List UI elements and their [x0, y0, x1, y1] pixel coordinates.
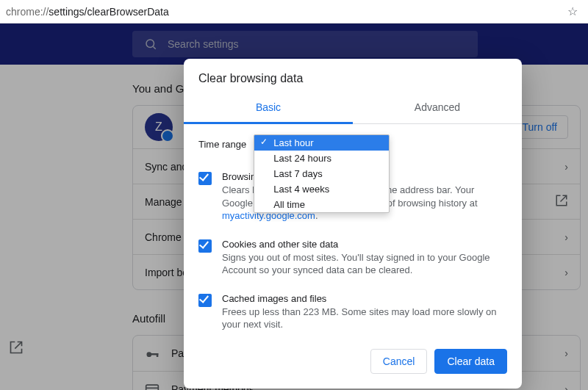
tab-advanced[interactable]: Advanced — [353, 94, 522, 123]
dropdown-option-last-7-days[interactable]: Last 7 days — [254, 166, 389, 181]
time-range-dropdown[interactable]: Last hour Last 24 hours Last 7 days Last… — [254, 134, 390, 213]
address-bar[interactable]: chrome://settings/clearBrowserData ☆ — [0, 0, 588, 24]
dropdown-option-last-hour[interactable]: Last hour — [254, 135, 389, 151]
cache-title: Cached images and files — [222, 293, 507, 304]
bookmark-star-icon[interactable]: ☆ — [563, 4, 582, 18]
url-path: /clearBrowserData — [85, 6, 169, 18]
url-text: chrome://settings/clearBrowserData — [6, 6, 563, 18]
tab-basic[interactable]: Basic — [184, 94, 353, 124]
dialog-title: Clear browsing data — [184, 59, 522, 94]
checkbox-row-cookies: Cookies and other site data Signs you ou… — [198, 233, 507, 287]
clear-browsing-data-dialog: Clear browsing data Basic Advanced Time … — [184, 59, 522, 389]
checkbox-browsing-history[interactable] — [198, 172, 212, 185]
dropdown-option-last-24-hours[interactable]: Last 24 hours — [254, 151, 389, 166]
dropdown-option-last-4-weeks[interactable]: Last 4 weeks — [254, 181, 389, 197]
url-host: settings — [49, 6, 84, 18]
checkbox-row-cache: Cached images and files Frees up less th… — [198, 287, 507, 342]
url-scheme: chrome:// — [6, 6, 49, 18]
dropdown-option-all-time[interactable]: All time — [254, 197, 389, 212]
cookies-desc: Signs you out of most sites. You'll stay… — [222, 251, 507, 277]
cache-desc: Frees up less than 223 MB. Some sites ma… — [222, 306, 507, 331]
checkbox-cookies[interactable] — [198, 239, 212, 253]
checkbox-cache[interactable] — [198, 294, 212, 307]
clear-data-button[interactable]: Clear data — [434, 349, 507, 374]
dialog-tabs: Basic Advanced — [184, 94, 522, 124]
cookies-title: Cookies and other site data — [222, 239, 507, 250]
time-range-label: Time range — [198, 139, 246, 150]
cancel-button[interactable]: Cancel — [370, 349, 428, 374]
